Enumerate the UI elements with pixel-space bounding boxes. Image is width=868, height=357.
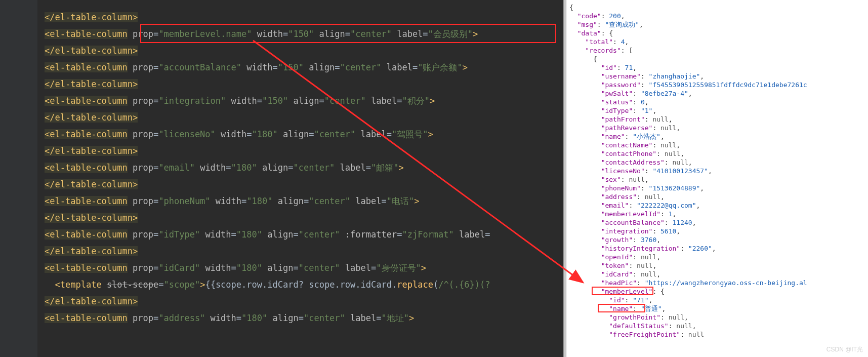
json-line[interactable]: "email": "222222@qq.com", xyxy=(569,201,868,210)
json-line[interactable]: "contactPhone": null, xyxy=(569,149,868,158)
json-line[interactable]: "idCard": null, xyxy=(569,270,868,279)
json-line[interactable]: "records": [ xyxy=(569,46,868,55)
code-line[interactable]: </el-table-column> xyxy=(45,109,563,126)
code-line[interactable]: </el-table-column> xyxy=(45,210,563,226)
json-line[interactable]: "growthPoint": null, xyxy=(569,313,868,322)
json-line[interactable]: "integration": 5610, xyxy=(569,227,868,235)
json-line[interactable]: "total": 4, xyxy=(569,37,868,46)
code-line[interactable]: </el-table-column> xyxy=(45,43,563,59)
code-line[interactable]: </el-table-column> xyxy=(45,243,563,260)
json-line[interactable]: "password": "f5455390512559851fdffdc9dc7… xyxy=(569,81,868,89)
json-line[interactable]: "openId": null, xyxy=(569,253,868,261)
json-line[interactable]: "contactAddress": null, xyxy=(569,158,868,167)
json-line[interactable]: "pwSalt": "8efbe27a-4", xyxy=(569,89,868,98)
code-line[interactable]: </el-table-column> xyxy=(45,293,563,310)
code-line[interactable]: <el-table-column prop="phoneNum" width="… xyxy=(45,193,563,210)
json-line[interactable]: { xyxy=(569,3,868,12)
json-line[interactable]: "status": 0, xyxy=(569,98,868,106)
code-line[interactable]: </el-table-column> xyxy=(45,76,563,93)
json-line[interactable]: "growth": 3760, xyxy=(569,235,868,244)
json-line[interactable]: "historyIntegration": "2260", xyxy=(569,244,868,253)
json-line[interactable]: "defaultStatus": null, xyxy=(569,322,868,330)
code-line[interactable]: <el-table-column prop="integration" widt… xyxy=(45,93,563,109)
json-line[interactable]: "sex": null, xyxy=(569,175,868,184)
json-line[interactable]: "memberLevelId": 1, xyxy=(569,210,868,218)
json-line[interactable]: "contactName": null, xyxy=(569,141,868,149)
json-line[interactable]: "memberLevel": { xyxy=(569,287,868,296)
code-line[interactable]: </el-table-column> xyxy=(45,9,563,26)
json-line[interactable]: "address": null, xyxy=(569,192,868,201)
json-line[interactable]: "token": null, xyxy=(569,261,868,270)
json-line[interactable]: "pathFront": null, xyxy=(569,115,868,124)
json-line[interactable]: "id": 71, xyxy=(569,63,868,72)
code-line[interactable]: <el-table-column prop="licenseNo" width=… xyxy=(45,126,563,143)
watermark: CSDN @IT光 xyxy=(826,345,863,354)
json-line[interactable]: "msg": "查询成功", xyxy=(569,20,868,29)
json-line[interactable]: "name": "普通", xyxy=(569,304,868,313)
json-line[interactable]: { xyxy=(569,55,868,63)
code-line[interactable]: <el-table-column prop="address" width="1… xyxy=(45,310,563,327)
code-line[interactable]: <el-table-column prop="memberLevel.name"… xyxy=(45,26,563,43)
code-line[interactable]: <template slot-scope="scope">{{scope.row… xyxy=(45,276,563,293)
json-line[interactable]: "licenseNo": "410100123457", xyxy=(569,167,868,175)
code-line[interactable]: <el-table-column prop="idCard" width="18… xyxy=(45,260,563,276)
code-line[interactable]: </el-table-column> xyxy=(45,176,563,193)
json-line[interactable]: "idType": "1", xyxy=(569,106,868,115)
json-line[interactable]: "username": "zhanghaojie", xyxy=(569,72,868,81)
code-line[interactable]: <el-table-column prop="idType" width="18… xyxy=(45,226,563,243)
json-line[interactable]: "name": "小浩杰", xyxy=(569,132,868,141)
json-line[interactable]: "accountBalance": 11240, xyxy=(569,218,868,227)
json-line[interactable]: "data": { xyxy=(569,29,868,37)
code-editor-pane[interactable]: </el-table-column><el-table-column prop=… xyxy=(0,0,563,357)
editor-gutter xyxy=(0,0,37,357)
code-line[interactable]: <el-table-column prop="email" width="180… xyxy=(45,160,563,176)
json-line[interactable]: "pathReverse": null, xyxy=(569,124,868,132)
code-line[interactable]: </el-table-column> xyxy=(45,143,563,160)
json-line[interactable]: "phoneNum": "15136204889", xyxy=(569,184,868,192)
json-line[interactable]: "id": "71", xyxy=(569,296,868,304)
json-line[interactable]: "headPic": "https://wangzherongyao.oss-c… xyxy=(569,279,868,287)
code-line[interactable]: <el-table-column prop="accountBalance" w… xyxy=(45,59,563,76)
json-response-pane[interactable]: { "code": 200, "msg": "查询成功", "data": { … xyxy=(566,0,868,357)
json-line[interactable]: "code": 200, xyxy=(569,12,868,20)
json-line[interactable]: "freeFreightPoint": null xyxy=(569,330,868,339)
